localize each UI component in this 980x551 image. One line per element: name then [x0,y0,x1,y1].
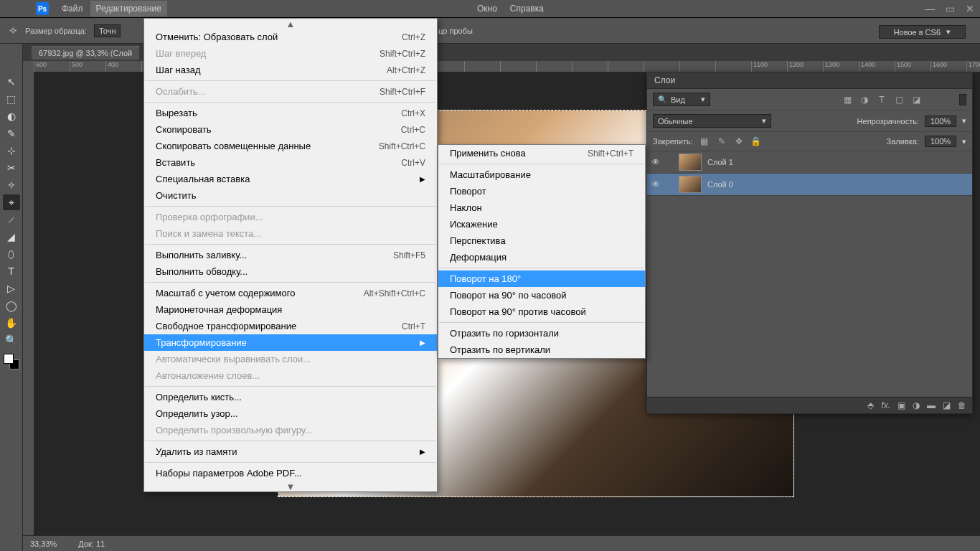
tool-5[interactable]: ✂ [3,160,20,176]
tool-3[interactable]: ✎ [3,126,20,141]
sample-size-label: Размер образца: [25,27,87,35]
opacity-input[interactable] [925,116,956,127]
menu-item: Поиск и замена текста... [144,225,437,242]
menu-item[interactable]: ВставитьCtrl+V [144,154,437,171]
menu-item[interactable]: Масштабирование [438,166,645,183]
tool-12[interactable]: ▷ [3,281,20,296]
lock-icons[interactable]: ▦✎✥🔒 [699,136,762,146]
menu-item[interactable]: Трансформирование▶ [144,334,437,351]
layers-panel-footer: ⬘ fx. ▣ ◑ ▬ ◪ 🗑 [647,397,972,413]
menu-item[interactable]: Поворот на 90° против часовой [438,303,645,320]
menu-item[interactable]: Скопировать совмещенные данныеShift+Ctrl… [144,138,437,154]
whats-new-dropdown[interactable]: Новое в CS6▾ [879,25,966,39]
menu-item[interactable]: Шаг назадAlt+Ctrl+Z [144,62,437,78]
ps-logo-icon: Ps [36,2,49,15]
lock-label: Закрепить: [653,137,693,146]
menu-item[interactable]: Специальная вставка▶ [144,171,437,187]
fill-flyout-icon[interactable]: ▾ [962,137,966,146]
mask-icon[interactable]: ▣ [897,400,905,410]
menu-item[interactable]: Наборы параметров Adobe PDF... [144,465,437,481]
tool-14[interactable]: ✋ [3,315,20,331]
menu-item: Автоналожение слоев... [144,367,437,384]
layer-thumbnail [679,154,702,171]
tool-0[interactable]: ↖ [3,74,20,90]
layer-name[interactable]: Слой 1 [707,158,733,166]
menu-item[interactable]: Искажение [438,216,645,232]
layer-row[interactable]: 👁Слой 1 [647,151,972,174]
doc-info: Док: 11 [78,540,105,548]
menu-item[interactable]: Удалить из памяти▶ [144,443,437,460]
submenu-arrow-icon: ▶ [420,339,425,347]
filter-icons[interactable]: ▦◑T▢◪ [842,95,922,105]
tool-4[interactable]: ⊹ [3,143,20,159]
menu-item[interactable]: Поворот на 90° по часовой [438,287,645,303]
maximize-icon[interactable]: ▭ [940,1,960,16]
visibility-icon[interactable]: 👁 [651,179,661,189]
tool-10[interactable]: ⬯ [3,246,20,262]
menu-item[interactable]: Деформация [438,249,645,265]
visibility-icon[interactable]: 👁 [651,157,661,167]
menu-item[interactable]: Выполнить заливку...Shift+F5 [144,247,437,263]
document-tab[interactable]: 67932.jpg @ 33,3% (Слой [32,46,139,60]
color-swatches[interactable] [4,354,19,369]
vertical-ruler [23,72,34,535]
menu-item[interactable]: Масштаб с учетом содержимогоAlt+Shift+Ct… [144,285,437,301]
group-icon[interactable]: ▬ [927,400,936,410]
close-icon[interactable]: ✕ [960,1,980,16]
menu-edit[interactable]: Редактирование [90,1,167,17]
menu-item[interactable]: Отразить по вертикали [438,342,645,358]
link-icon[interactable]: ⬘ [867,400,874,410]
zoom-display[interactable]: 33,33% [30,540,57,548]
menu-item[interactable]: Поворот на 180° [438,270,645,287]
tools-panel: ↖⬚◐✎⊹✂✧⌖⟋◢⬯T▷◯✋🔍 [0,44,23,551]
menu-help[interactable]: Справка [504,1,550,17]
menu-item[interactable]: Очистить [144,187,437,204]
menu-item[interactable]: Отменить: Образовать слойCtrl+Z [144,29,437,45]
menu-item[interactable]: Перспектива [438,232,645,249]
menu-item[interactable]: ВырезатьCtrl+X [144,105,437,121]
menu-file[interactable]: Файл [56,1,89,17]
layers-tab[interactable]: Слои [647,72,972,89]
trash-icon[interactable]: 🗑 [958,400,966,410]
tool-6[interactable]: ✧ [3,177,20,193]
filter-toggle[interactable] [959,94,966,105]
blend-mode-dropdown[interactable]: Обычные▾ [653,114,771,128]
menu-item[interactable]: Поворот [438,183,645,199]
submenu-arrow-icon: ▶ [420,175,425,183]
layer-name[interactable]: Слой 0 [707,180,733,189]
adjustment-icon[interactable]: ◑ [913,400,920,410]
layer-filter-dropdown[interactable]: 🔍Вид▾ [653,93,710,106]
edit-menu-dropdown: ▲Отменить: Образовать слойCtrl+ZШаг впер… [143,18,438,492]
minimize-icon[interactable]: — [920,1,940,16]
new-layer-icon[interactable]: ◪ [943,400,951,410]
fill-input[interactable] [925,136,956,147]
menu-item[interactable]: Наклон [438,199,645,216]
tool-1[interactable]: ⬚ [3,91,20,107]
menu-item[interactable]: Применить сноваShift+Ctrl+T [438,145,645,161]
menu-window[interactable]: Окно [471,1,503,17]
menu-item[interactable]: Отразить по горизонтали [438,325,645,342]
layer-thumbnail [679,176,702,193]
menu-item[interactable]: Выполнить обводку... [144,263,437,280]
submenu-arrow-icon: ▶ [420,448,425,456]
menu-item[interactable]: Марионеточная деформация [144,301,437,318]
scroll-arrow-icon[interactable]: ▼ [144,481,437,491]
menu-item[interactable]: Определить кисть... [144,389,437,405]
menu-item: Автоматически выравнивать слои... [144,351,437,367]
tool-2[interactable]: ◐ [3,108,20,124]
menu-item[interactable]: Определить узор... [144,405,437,422]
opacity-flyout-icon[interactable]: ▾ [962,116,966,126]
tool-9[interactable]: ◢ [3,229,20,245]
menu-item[interactable]: СкопироватьCtrl+C [144,121,437,138]
layer-row[interactable]: 👁Слой 0 [647,174,972,196]
sample-size-dropdown[interactable]: Точн [94,24,121,37]
tool-13[interactable]: ◯ [3,298,20,314]
tool-8[interactable]: ⟋ [3,212,20,227]
status-bar: 33,33% Док: 11 [23,535,980,551]
tool-11[interactable]: T [3,263,20,279]
fx-icon[interactable]: fx. [881,400,890,410]
tool-7[interactable]: ⌖ [3,194,20,210]
tool-15[interactable]: 🔍 [3,332,20,348]
scroll-arrow-icon[interactable]: ▲ [144,19,437,29]
menu-item[interactable]: Свободное трансформированиеCtrl+T [144,318,437,334]
